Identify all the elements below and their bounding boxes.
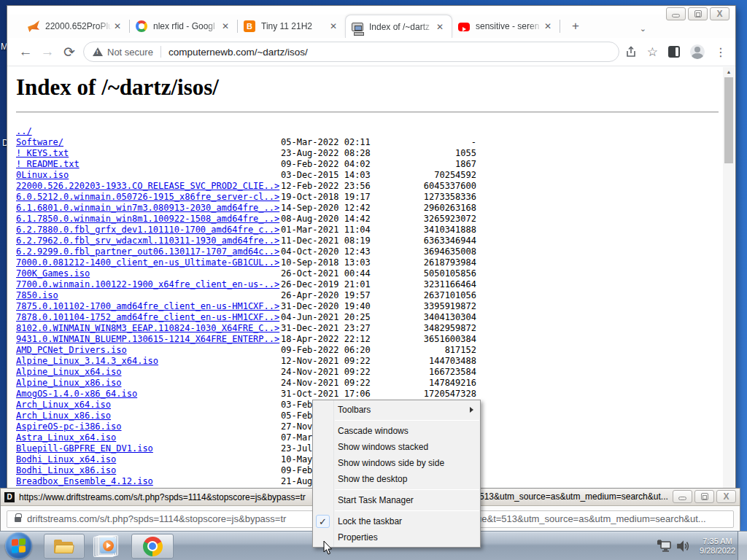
taskbar-explorer-button[interactable] [44,534,85,559]
file-link[interactable]: Alpine_Linux_x64.iso [16,367,122,377]
file-link[interactable]: Arch_Linux_x64.iso [16,400,111,410]
security-label[interactable]: Not secure [107,47,153,58]
scrollbar-thumb[interactable] [724,77,733,163]
taskbar-media-player-button[interactable] [93,535,123,557]
file-link[interactable]: Alpine_Linux_3.14.3_x64.iso [16,356,158,366]
file-link[interactable]: 6.2.7962.0.fbl_srv_wdacxml.110311-1930_a… [16,236,279,246]
file-link[interactable]: Bodhi_Linux_x64.iso [16,454,116,464]
menu-item-show-the-desktop[interactable]: Show the desktop [313,471,480,487]
listing-row: 22000.526.220203-1933.CO_RELEASE_SVC_PRO… [16,181,735,192]
tab-close-icon[interactable]: ✕ [434,21,446,33]
file-link[interactable]: Software/ [16,137,63,147]
file-link[interactable]: 7878.0.101104-1752_amd64fre_client_en-us… [16,312,279,322]
clock-time: 7:35 AM [700,537,735,546]
menu-item-properties[interactable]: Properties [313,529,480,545]
file-link[interactable]: 6.1.7850.0.winmain_win8m1.100922-1508_am… [16,214,279,224]
window-controls: X [666,7,729,20]
file-link[interactable]: ../ [16,126,32,136]
restore-icon [701,493,708,500]
omnibox-divider [160,46,161,58]
address-bar[interactable]: Not secure computernewb.com/~dartz/isos/ [83,42,619,62]
listing-row: 6.2.7880.0.fbl_grfx_dev1.101110-1700_amd… [16,225,735,236]
menu-item-show-windows-side-by-side[interactable]: Show windows side by side [313,455,480,471]
bookmark-star-icon[interactable]: ☆ [647,44,658,60]
menu-item-cascade-windows[interactable]: Cascade windows [313,423,480,439]
show-desktop-button[interactable] [738,532,747,560]
taskbar-clock[interactable]: 7:35 AM 9/28/2022 [700,537,735,556]
page-scrollbar[interactable]: ▲ [723,67,735,525]
start-button[interactable] [5,532,32,559]
file-link[interactable]: 9431.0.WINMAIN_BLUEMP.130615-1214_X64FRE… [16,334,279,344]
tab-tiny11[interactable]: B Tiny 11 21H2 ✕ [238,15,345,38]
reload-button[interactable]: ⟳ [58,44,80,61]
file-link[interactable]: Bodhi_Linux_x86.iso [16,465,116,475]
tab-index-of-dartz-active[interactable]: Index of /~dartz ✕ [345,15,452,38]
avatar[interactable] [690,44,705,59]
file-link[interactable]: 6.2.7880.0.fbl_grfx_dev1.101110-1700_amd… [16,225,279,235]
popup-minimize-button[interactable] [673,490,692,503]
tab-22000-652[interactable]: 22000.652ProPlu ✕ [22,15,129,38]
minimize-icon [678,497,686,500]
menu-item-start-task-manager[interactable]: Start Task Manager [313,492,480,508]
menu-kebab-icon[interactable]: ⋮ [715,45,727,59]
listing-row: ! KEYS.txt23-Aug-2022 08:281055 [16,148,735,159]
file-date: 10-Sep-2018 13:03 [281,257,371,268]
file-date: 26-Oct-2021 00:44 [281,268,371,279]
tab-close-icon[interactable]: ✕ [542,20,554,32]
share-icon[interactable] [625,46,637,58]
menu-item-toolbars[interactable]: Toolbars [313,402,480,418]
tab-close-icon[interactable]: ✕ [220,20,231,32]
speaker-icon[interactable] [676,540,691,553]
tab-sensitive[interactable]: sensitive - seren ✕ [452,15,560,38]
file-link[interactable]: 7875.0.101102-1700_amd64fre_client_en-us… [16,301,279,311]
file-size: 1055 [360,148,476,158]
file-link[interactable]: 8102.0.WINMAIN_WIN8M3_EEAP.110824-1030_X… [16,323,279,333]
file-link[interactable]: 22000.526.220203-1933.CO_RELEASE_SVC_PRO… [16,181,279,191]
file-link[interactable]: 6.0.5212.0.winmain.050726-1915_x86fre_se… [16,192,279,202]
file-size: 1720547328 [360,389,476,399]
menu-item-show-windows-stacked[interactable]: Show windows stacked [313,439,480,455]
menu-item-lock-the-taskbar[interactable]: Lock the taskbar✓ [313,513,480,529]
side-panel-icon[interactable] [668,46,680,58]
file-link[interactable]: 0Linux.iso [16,170,69,180]
file-link[interactable]: 700K_Games.iso [16,268,90,279]
file-link[interactable]: 7850.iso [16,290,58,300]
url-text[interactable]: computernewb.com/~dartz/isos/ [169,47,308,58]
file-link[interactable]: Bluepill-GBPFRE_EN_DV1.iso [16,443,153,454]
popup-restore-button[interactable] [694,490,714,503]
file-link[interactable]: ! KEYS.txt [16,148,69,158]
file-link[interactable]: 6.1.6801.0.winmain_win7m3.080913-2030_am… [16,203,279,213]
close-button[interactable]: X [710,7,729,20]
chevron-down-icon[interactable]: ⌄ [640,24,646,34]
file-link[interactable]: 6.2.9299.0.fbl_partner_out06.130117-1707… [16,246,279,257]
file-link[interactable]: ! README.txt [16,159,80,169]
file-link[interactable]: Arch_Linux_x86.iso [16,411,111,421]
file-date: 11-Dec-2021 08:19 [281,236,371,246]
file-link[interactable]: AspireOS-pc-i386.iso [16,421,122,432]
file-link[interactable]: AMD_PCNet_Drivers.iso [16,345,127,355]
file-link[interactable]: 7000.0.081212-1400_client_en-us_Ultimate… [16,257,279,268]
file-date: 04-Oct-2020 12:43 [281,246,371,257]
new-tab-button[interactable]: + [566,17,585,36]
scrollbar-up-icon[interactable]: ▲ [723,67,735,77]
tab-close-icon[interactable]: ✕ [112,20,123,32]
file-link[interactable]: 7700.0.winmain.100122-1900_x64fre_client… [16,279,279,289]
back-button[interactable]: ← [15,44,36,60]
file-link[interactable]: Alpine_Linux_x86.iso [16,378,122,388]
network-icon[interactable] [657,540,672,553]
tab-close-icon[interactable]: ✕ [328,20,339,32]
minimize-button[interactable] [666,7,686,20]
forward-button[interactable]: → [36,44,58,60]
listing-row: AmogOS-1.4.0-x86_64.iso31-Oct-2021 17:06… [16,389,735,400]
popup-close-button[interactable]: X [716,490,736,503]
listing-row: 6.1.7850.0.winmain_win8m1.100922-1508_am… [16,214,735,225]
restore-button[interactable] [688,7,708,20]
file-link[interactable]: Breadbox_Ensemble_4.12.iso [16,476,153,486]
file-link[interactable]: AmogOS-1.4.0-x86_64.iso [16,389,137,399]
taskbar-chrome-button[interactable] [131,534,174,559]
submenu-arrow-icon [470,407,473,413]
listing-row: 6.2.9299.0.fbl_partner_out06.130117-1707… [16,246,735,257]
tab-title: Index of /~dartz [369,22,434,32]
tab-nlex-rfid[interactable]: nlex rfid - Googl ✕ [130,15,237,38]
file-link[interactable]: Astra_Linux_x64.iso [16,432,116,443]
